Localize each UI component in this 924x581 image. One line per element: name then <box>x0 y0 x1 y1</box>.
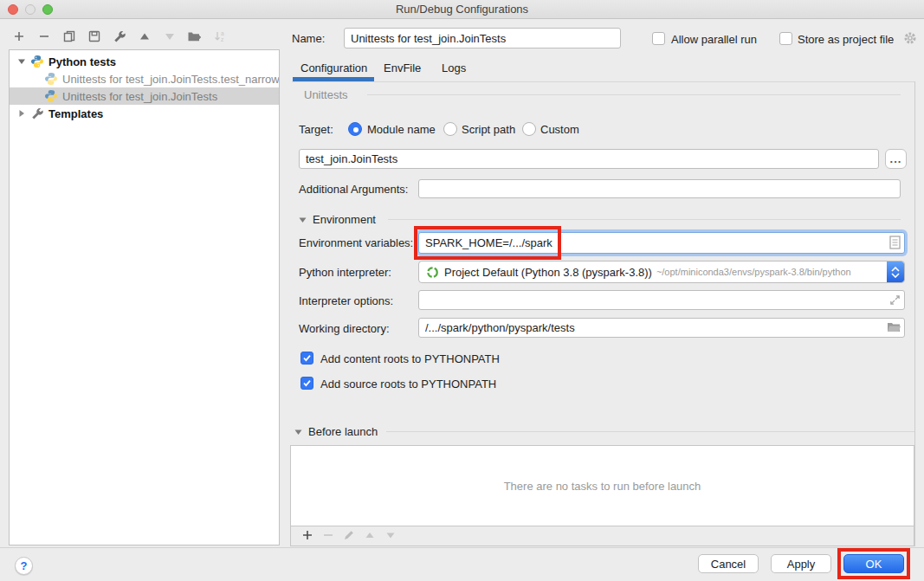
add-content-roots-checkbox[interactable] <box>300 352 313 365</box>
add-source-roots-checkbox[interactable] <box>300 377 313 390</box>
configurations-toolbar: az <box>11 29 227 44</box>
sort-icon[interactable]: az <box>212 29 227 44</box>
chevron-right-icon[interactable] <box>17 109 26 118</box>
expand-icon[interactable] <box>888 294 901 309</box>
radio-module-name-label: Module name <box>367 123 436 136</box>
move-up-icon[interactable] <box>137 29 152 44</box>
python-interpreter-value: Project Default (Python 3.8 (pyspark-3.8… <box>444 266 652 279</box>
svg-text:z: z <box>221 36 223 42</box>
tab-configuration[interactable]: Configuration <box>300 61 367 74</box>
title-bar: Run/Debug Configurations <box>0 0 924 19</box>
additional-arguments-label: Additional Arguments: <box>299 183 408 196</box>
new-folder-icon[interactable] <box>187 29 202 44</box>
traffic-lights <box>8 4 53 15</box>
folder-icon[interactable] <box>887 321 901 336</box>
environment-variables-input[interactable] <box>418 232 905 254</box>
svg-text:a: a <box>221 30 224 36</box>
move-down-icon[interactable] <box>162 29 177 44</box>
tree-item-label: Templates <box>48 107 103 120</box>
python-icon <box>30 55 44 68</box>
add-source-roots-label: Add source roots to PYTHONPATH <box>320 378 496 391</box>
help-button[interactable]: ? <box>15 557 33 575</box>
footer-divider <box>0 547 924 548</box>
collapse-triangle-icon[interactable] <box>294 429 302 436</box>
chevron-down-icon[interactable] <box>17 57 26 66</box>
add-icon[interactable] <box>11 29 26 44</box>
gear-icon[interactable] <box>903 31 917 48</box>
move-down-icon[interactable] <box>384 529 397 544</box>
panel-right-border <box>914 81 915 546</box>
combo-stepper-icon[interactable] <box>887 261 904 282</box>
move-up-icon[interactable] <box>364 529 376 544</box>
working-directory-input[interactable] <box>418 318 905 338</box>
browse-button[interactable]: ... <box>885 149 907 169</box>
radio-script-path-label: Script path <box>462 123 515 136</box>
copy-icon[interactable] <box>61 29 76 44</box>
remove-icon[interactable] <box>36 29 51 44</box>
environment-variables-label: Environment variables: <box>299 236 413 249</box>
store-as-project-file-label: Store as project file <box>798 33 894 46</box>
tree-item-label: Python tests <box>48 55 116 68</box>
tree-item-templates[interactable]: Templates <box>10 105 279 122</box>
radio-custom-label: Custom <box>540 123 579 136</box>
tab-envfile[interactable]: EnvFile <box>384 61 421 74</box>
environment-section-label[interactable]: Environment <box>313 213 376 226</box>
tree-item-python-tests[interactable]: Python tests <box>10 53 279 70</box>
store-as-project-file-checkbox[interactable] <box>779 32 792 45</box>
working-directory-label: Working directory: <box>299 322 390 335</box>
edit-templates-icon[interactable] <box>112 29 126 44</box>
tree-item-label: Unittests for test_join.JoinTests.test_n… <box>62 73 279 86</box>
collapse-triangle-icon[interactable] <box>299 216 307 223</box>
interpreter-options-input[interactable] <box>418 290 905 310</box>
minimize-button[interactable] <box>25 4 36 15</box>
radio-script-path[interactable] <box>443 122 457 136</box>
env-variables-browse-icon[interactable] <box>889 236 901 252</box>
section-divider <box>367 94 901 95</box>
additional-arguments-input[interactable] <box>418 179 901 198</box>
conda-env-icon <box>426 266 439 279</box>
name-label: Name: <box>292 32 325 45</box>
window-title: Run/Debug Configurations <box>396 3 528 16</box>
python-interpreter-path: ~/opt/miniconda3/envs/pyspark-3.8/bin/py… <box>656 267 851 277</box>
wrench-icon <box>30 107 44 120</box>
name-input[interactable] <box>344 28 621 48</box>
unittests-section-label: Unittests <box>304 88 348 101</box>
tabs-divider <box>292 81 914 82</box>
radio-custom[interactable] <box>522 122 536 136</box>
tree-item-unittests-narrow[interactable]: Unittests for test_join.JoinTests.test_n… <box>10 70 279 87</box>
section-divider <box>386 431 914 432</box>
section-divider <box>388 219 901 220</box>
radio-module-name[interactable] <box>348 122 362 136</box>
ok-button[interactable]: OK <box>843 554 904 573</box>
add-icon[interactable] <box>301 529 313 544</box>
configurations-tree: Python tests Unittests for test_join.Joi… <box>9 49 280 545</box>
before-launch-toolbar <box>291 526 914 545</box>
tree-item-unittests-selected[interactable]: Unittests for test_join.JoinTests <box>10 87 279 105</box>
before-launch-section-label[interactable]: Before launch <box>308 425 378 438</box>
target-label: Target: <box>299 123 333 136</box>
target-input[interactable] <box>299 149 879 169</box>
tab-logs[interactable]: Logs <box>442 61 466 74</box>
python-interpreter-select[interactable]: Project Default (Python 3.8 (pyspark-3.8… <box>418 261 905 283</box>
cancel-button[interactable]: Cancel <box>698 554 759 573</box>
interpreter-options-label: Interpreter options: <box>299 294 393 307</box>
python-interpreter-label: Python interpreter: <box>299 266 391 279</box>
before-launch-empty-message: There are no tasks to run before launch <box>504 480 701 493</box>
edit-icon[interactable] <box>343 529 355 544</box>
remove-icon[interactable] <box>322 529 334 544</box>
run-debug-configurations-dialog: Run/Debug Configurations az <box>0 0 924 581</box>
python-icon <box>44 72 58 86</box>
allow-parallel-run-label: Allow parallel run <box>671 33 757 46</box>
before-launch-panel: There are no tasks to run before launch <box>290 445 914 546</box>
tree-item-label: Unittests for test_join.JoinTests <box>62 90 217 103</box>
add-content-roots-label: Add content roots to PYTHONPATH <box>320 352 500 365</box>
zoom-button[interactable] <box>42 4 53 15</box>
python-icon <box>44 89 58 103</box>
allow-parallel-run-checkbox[interactable] <box>652 32 665 45</box>
close-button[interactable] <box>8 4 18 15</box>
apply-button[interactable]: Apply <box>771 554 831 573</box>
save-icon[interactable] <box>87 29 101 44</box>
